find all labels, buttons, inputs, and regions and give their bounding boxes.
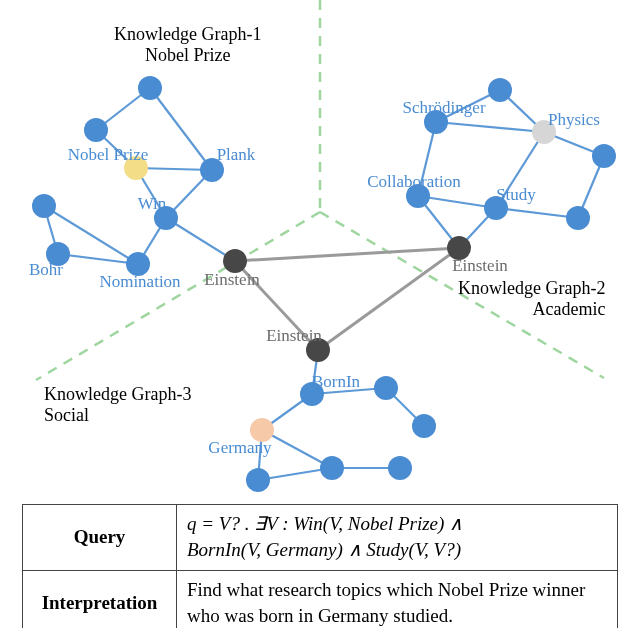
interpretation-key: Interpretation (23, 570, 177, 628)
query-table: Query q = V? . ∃V : Win(V, Nobel Prize) … (22, 504, 618, 628)
svg-line-3 (235, 248, 459, 261)
graph3-title-l2: Social (44, 405, 89, 425)
graph3-title: Knowledge Graph-3 Social (44, 384, 191, 425)
svg-point-49 (566, 206, 590, 230)
query-value: q = V? . ∃V : Win(V, Nobel Prize) ∧ Born… (177, 505, 617, 570)
svg-point-45 (488, 78, 512, 102)
svg-line-5 (318, 248, 459, 350)
node-label-bohr: Bohr (29, 260, 63, 280)
svg-point-37 (138, 76, 162, 100)
table-row: Interpretation Find what research topics… (23, 570, 617, 628)
query-line2: BornIn(V, Germany) ∧ Study(V, V?) (187, 539, 461, 560)
svg-point-58 (246, 468, 270, 492)
svg-line-1 (36, 212, 320, 380)
graph2-title: Knowledge Graph-2 Academic (458, 278, 605, 319)
table-row: Query q = V? . ∃V : Win(V, Nobel Prize) … (23, 505, 617, 570)
svg-point-56 (412, 414, 436, 438)
node-label-einstein-2: Einstein (452, 256, 508, 276)
node-label-plank: Plank (217, 145, 256, 165)
query-line1: q = V? . ∃V : Win(V, Nobel Prize) ∧ (187, 513, 463, 534)
graph2-title-l1: Knowledge Graph-2 (458, 278, 605, 298)
node-label-nobel-prize: Nobel Prize (68, 145, 149, 165)
figure-root: Knowledge Graph-1 Nobel Prize Knowledge … (0, 0, 640, 628)
graph1-title: Knowledge Graph-1 Nobel Prize (114, 24, 261, 65)
svg-point-55 (374, 376, 398, 400)
node-label-win: Win (138, 194, 167, 214)
node-label-bornin: BornIn (312, 372, 360, 392)
svg-line-12 (166, 218, 235, 261)
svg-line-17 (436, 122, 544, 132)
svg-point-48 (592, 144, 616, 168)
knowledge-graph-diagram: Knowledge Graph-1 Nobel Prize Knowledge … (0, 0, 640, 500)
interpretation-value: Find what research topics which Nobel Pr… (177, 570, 617, 628)
node-label-schrodinger: Schrödinger (402, 98, 485, 118)
svg-point-36 (84, 118, 108, 142)
graph2-title-l2: Academic (533, 299, 606, 319)
node-label-study: Study (496, 185, 536, 205)
svg-point-42 (32, 194, 56, 218)
svg-point-59 (320, 456, 344, 480)
node-label-einstein-3: Einstein (266, 326, 322, 346)
node-label-collaboration: Collaboration (367, 172, 460, 192)
svg-point-60 (388, 456, 412, 480)
node-label-nomination: Nomination (99, 272, 180, 292)
node-label-germany: Germany (208, 438, 271, 458)
graph1-title-l2: Nobel Prize (145, 45, 230, 65)
node-label-einstein-1: Einstein (204, 270, 260, 290)
svg-line-10 (150, 88, 212, 170)
graph3-title-l1: Knowledge Graph-3 (44, 384, 191, 404)
graph1-title-l1: Knowledge Graph-1 (114, 24, 261, 44)
query-key: Query (23, 505, 177, 570)
node-label-physics: Physics (548, 110, 600, 130)
svg-line-24 (496, 208, 578, 218)
